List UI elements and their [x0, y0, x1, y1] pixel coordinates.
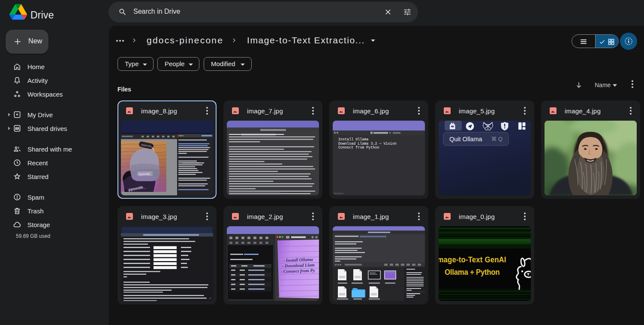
svg-text:Quit Ollama: Quit Ollama	[449, 136, 482, 143]
svg-text:Ollama + Python: Ollama + Python	[445, 267, 500, 276]
svg-text:mage-to-Text GenAI: mage-to-Text GenAI	[439, 255, 506, 264]
svg-text:⌘ Q: ⌘ Q	[491, 136, 503, 142]
svg-text:Connect from Python: Connect from Python	[338, 146, 379, 150]
svg-text:Download Llama 3.2 — Vision: Download Llama 3.2 — Vision	[338, 142, 397, 146]
svg-text:Install Ollama: Install Ollama	[338, 137, 368, 142]
